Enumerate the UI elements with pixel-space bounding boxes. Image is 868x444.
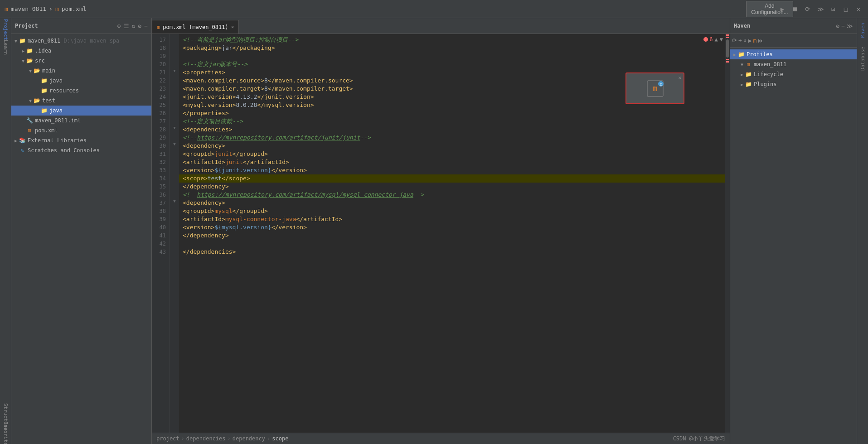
sidebar-item-learn[interactable]: Learn [1, 39, 10, 57]
title-bar: m maven_0811 › m pom.xml ▶ Add Configura… [0, 0, 868, 18]
plugins-label: Plugins [754, 81, 777, 87]
maven-m-icon[interactable]: m [753, 37, 756, 44]
restore-icon[interactable]: ⊡ [828, 4, 838, 14]
pom-icon: m [55, 5, 59, 12]
tree-item-iml[interactable]: 🔧 maven_0811.iml [11, 116, 151, 125]
code-tag-24b: </junit.version> [257, 93, 314, 101]
maven-panel-header: Maven ⚙ − ≫ [730, 18, 857, 34]
resources-label: resources [49, 87, 79, 94]
maven-download-icon[interactable]: ⬇ [743, 37, 747, 44]
tree-item-main-java[interactable]: 📁 java [11, 76, 151, 86]
code-line-37: <dependency> [179, 199, 725, 207]
fold-25 [170, 99, 179, 107]
root-folder-icon: 📁 [19, 37, 26, 44]
maven-add-icon[interactable]: + [738, 37, 742, 44]
maven0811-icon: m [745, 61, 752, 68]
code-text-27: <!--定义项目依赖--> [183, 117, 243, 125]
line-num-24: 24 [152, 93, 167, 101]
maven-skip-icon[interactable]: ⏭ [758, 37, 764, 44]
code-tag-25b: </mysql.version> [257, 101, 314, 109]
scroll-error-3 [726, 59, 729, 60]
error-dot-icon: ! [703, 37, 708, 42]
fold-30[interactable]: ▼ [170, 140, 179, 148]
tooltip-close-button[interactable]: ✕ [678, 75, 681, 81]
project-sort-icon[interactable]: ⇅ [132, 23, 136, 29]
code-tag-33b: </version> [272, 166, 307, 174]
nav-down-arrow[interactable]: ▼ [720, 36, 723, 43]
fold-42 [170, 238, 179, 246]
maven-item-maven0811[interactable]: ▼ m maven_0811 [730, 59, 857, 69]
tree-item-resources[interactable]: 📁 resources [11, 86, 151, 96]
maven-run-icon[interactable]: ▶ [748, 37, 752, 44]
maven-minimize-icon[interactable]: − [841, 23, 845, 29]
fold-37[interactable]: ▼ [170, 197, 179, 205]
scroll-thumb[interactable] [726, 39, 729, 58]
breadcrumb-dependency: dependency [233, 435, 265, 442]
profiles-folder-icon: 📁 [737, 51, 745, 58]
code-link-29[interactable]: https://mvnrepository.com/artifact/junit… [197, 134, 360, 142]
lifecycle-folder-icon: 📁 [745, 71, 752, 78]
fold-22 [170, 75, 179, 83]
code-text-19 [183, 52, 186, 60]
fold-43 [170, 246, 179, 254]
fold-21[interactable]: ▼ [170, 67, 179, 75]
editor-scrollbar[interactable] [725, 34, 730, 433]
fold-40 [170, 222, 179, 230]
line-num-19: 19 [152, 52, 167, 60]
sidebar-item-project[interactable]: Project [1, 20, 10, 39]
tree-item-scratches[interactable]: ✎ Scratches and Consoles [11, 145, 151, 155]
maven-icon: m [5, 5, 8, 12]
add-config-btn[interactable]: Add Configuration... [765, 4, 775, 14]
code-tag-39b: </artifactId> [296, 215, 342, 223]
nav-up-arrow[interactable]: ▲ [715, 36, 718, 43]
sidebar-item-favorites[interactable]: Favorites [1, 426, 10, 444]
step-over-icon[interactable]: ⟳ [803, 4, 813, 14]
tree-item-test[interactable]: ▼ 📂 test [11, 96, 151, 106]
stop-icon[interactable]: ⏹ [790, 4, 800, 14]
editor-tab-pom[interactable]: m pom.xml (maven_0811) ✕ [152, 20, 239, 34]
more-icon[interactable]: ≫ [815, 4, 825, 14]
pom-arrow-empty [20, 128, 26, 133]
tree-item-idea[interactable]: ▶ 📁 .idea [11, 46, 151, 56]
fold-24 [170, 91, 179, 99]
maven-item-plugins[interactable]: ▶ 📁 Plugins [730, 79, 857, 89]
code-line-38: <groupId>mysql</groupId> [179, 207, 725, 215]
project-hide-icon[interactable]: − [144, 23, 148, 29]
maven-item-profiles[interactable]: ▶ 📁 Profiles [730, 49, 857, 59]
maven-settings-icon[interactable]: ⚙ [836, 23, 839, 29]
line-num-23: 23 [152, 85, 167, 93]
project-collapse-icon[interactable]: ☰ [124, 23, 129, 29]
right-strip-database[interactable]: Database [858, 42, 868, 75]
tree-item-src[interactable]: ▼ 📂 src [11, 56, 151, 66]
test-label: test [42, 97, 55, 104]
right-strip-maven[interactable]: Maven [858, 18, 868, 42]
code-tag-23b: </maven.compiler.target> [268, 85, 353, 93]
maven-item-lifecycle[interactable]: ▶ 📁 Lifecycle [730, 69, 857, 79]
svg-text:m: m [652, 83, 657, 93]
play-icon[interactable]: ▶ [777, 4, 787, 14]
maven-tree: ▶ 📁 Profiles ▼ m maven_0811 ▶ 📁 Lifecycl… [730, 48, 857, 444]
fold-28[interactable]: ▼ [170, 124, 179, 132]
code-link-36[interactable]: https://mvnrepository.com/artifact/mysql… [197, 191, 413, 199]
line-num-30: 30 [152, 142, 167, 150]
code-text-18d: </packaging> [233, 44, 275, 52]
line-num-22: 22 [152, 77, 167, 85]
tree-item-pom[interactable]: m pom.xml [11, 125, 151, 135]
tree-item-test-java[interactable]: 📁 java [11, 106, 151, 116]
close-icon[interactable]: ✕ [853, 4, 863, 14]
tree-item-root[interactable]: ▼ 📁 maven_0811 D:\java-maven-spa [11, 36, 151, 46]
iml-arrow-empty [20, 118, 26, 123]
code-text-17: <!--当前是jar类型的项目:控制台项目--> [183, 36, 298, 44]
maximize-icon[interactable]: □ [841, 4, 851, 14]
maven-refresh-icon[interactable]: ⟳ [732, 37, 737, 44]
maven-more-icon[interactable]: ≫ [847, 23, 853, 29]
tree-item-main[interactable]: ▼ 📂 main [11, 66, 151, 76]
test-java-label: java [49, 107, 63, 114]
tree-item-extlibs[interactable]: ▶ 📚 External Libraries [11, 135, 151, 145]
project-add-icon[interactable]: ⊕ [117, 23, 121, 29]
tab-close-button[interactable]: ✕ [231, 24, 234, 30]
status-bar: project › dependencies › dependency › sc… [152, 433, 730, 444]
project-settings-icon[interactable]: ⚙ [138, 23, 141, 29]
code-tag-37: <dependency> [183, 199, 225, 207]
code-line-30: <dependency> [179, 142, 725, 150]
